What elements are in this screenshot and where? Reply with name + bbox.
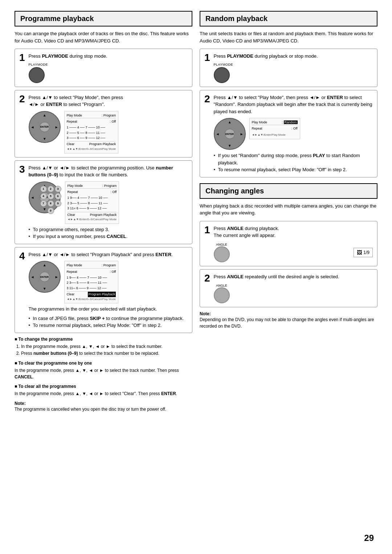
angle-button-2 [214,287,230,303]
dpad-step-2: ▲ ▼ ◄ ► ENTER [29,111,61,143]
random-playback-title: Random playback [200,11,377,26]
angle-indicator: 1/9 [363,250,369,255]
angle-display: 🖼 1/9 [354,248,373,257]
random-playmode-button [214,67,230,83]
angle-step-2-content: Press ANGLE repeatedly until the desired… [214,273,373,304]
step-3-bullets: To programme others, repeat step 3. If y… [29,226,188,240]
step-3-text: Press ▲/▼ or ◄/► to select the programmi… [29,164,188,178]
step-2-visual: ▲ ▼ ◄ ► ENTER Play Mode: Program Repeat:… [29,111,188,153]
random-highlight: Random [284,120,298,124]
step-1-visual: PLAYMODE [29,63,188,83]
num-0: 0 [48,208,54,214]
num-1: 1 [40,186,47,192]
playmode-button-group: PLAYMODE [29,63,48,83]
sub-title-change: To change the programme [15,337,192,342]
programme-note: Note: The programme is cancelled when yo… [15,401,192,413]
dpad-enter: ENTER [40,122,50,132]
step-1-text: Press PLAYMODE during stop mode. [29,53,188,60]
step-4-visual: ▲ ▼ ◄ ► ENTER Play Mode: Program Repeat:… [29,261,188,303]
page-layout: Programme playback You can arrange the p… [15,11,377,413]
sub-title-clear-all: To clear all the programmes [15,384,192,389]
num-3: 3 [55,186,61,192]
dpad-left-arrow: ◄ [31,125,34,129]
dpad-step-4: ▲ ▼ ◄ ► ENTER [29,261,61,293]
playmode-button [29,67,45,83]
random-step-1-content: Press PLAYMODE during playback or stop m… [214,53,373,83]
step-4-bullets: In case of JPEG file, press SKIP + to co… [29,315,188,329]
step-4-content: Press ▲/▼ or ◄/► to select "Program Play… [29,251,188,329]
angle-step-2: 2 Press ANGLE repeatedly until the desir… [200,269,377,308]
dpad-left-4: ◄ [31,275,34,279]
program-playback-highlight: Program Playback [88,292,116,297]
programme-step-1: 1 Press PLAYMODE during stop mode. PLAYM… [15,49,192,87]
dpad-down-4: ▼ [43,287,46,291]
changing-angles-intro: When playing back a disc recorded with m… [200,202,377,217]
sub-title-clear-one: To clear the programme one by one [15,361,192,366]
angle-step-1-content: Press ANGLE during playback.The current … [214,225,373,262]
dpad-random-2: ▲ ▼ ◄ ► ENTER [214,118,246,150]
programme-playback-title: Programme playback [15,11,192,26]
angle-step-number-2: 2 [204,273,210,283]
step-number-4: 4 [19,251,25,261]
random-step-2-table: Play Mode : Random Repeat: Off ◄►▲▼/Ente… [249,118,300,139]
step-4-table: Play Mode: Program Repeat: Off 1 9── 4 ─… [64,261,119,303]
angle-step-number-1: 1 [204,225,210,235]
angle-step-2-visual: ANGLE [214,284,373,303]
random-step-1-text: Press PLAYMODE during playback or stop m… [214,53,373,60]
angles-note-text: Depending on the DVD, you may not be abl… [200,317,374,329]
step-number-2: 2 [19,94,25,104]
table-tracks: 1 ─── 4 ── 7 ─── 10 ── 2 ─── 5 ── 8 ─── … [67,125,116,140]
step-4-para: The programmes in the order you selected… [29,305,188,313]
dpad-up-arrow: ▲ [43,113,46,117]
changing-angles-section: Changing angles When playing back a disc… [200,183,377,330]
step-3-visual: ▲ ▼ ◄ ► ENTER 1 2 3 4 5 [29,181,188,224]
dpad-numpad-group: ▲ ▼ ◄ ► ENTER 1 2 3 4 5 [29,181,61,214]
programme-step-3: 3 Press ▲/▼ or ◄/► to select the program… [15,160,192,244]
angles-note: Note: Depending on the DVD, you may not … [200,311,377,329]
num-7: 7 [40,200,47,207]
dpad-right-4: ► [55,275,58,279]
step-3-table: Play Mode: Program Repeat: Off 1 9── 4 ─… [65,181,119,224]
programme-playback-intro: You can arrange the playback order of tr… [15,30,192,44]
changing-angles-title: Changing angles [200,183,377,199]
step-number-3: 3 [19,164,25,175]
angle-step-1-text: Press ANGLE during playback.The current … [214,225,373,239]
numpad-step-3: 1 2 3 4 5 6 7 8 9 0 [40,186,61,214]
num-8: 8 [48,200,54,207]
angle-button-1 [214,246,230,262]
step-2-content: Press ▲/▼ to select "Play Mode", then pr… [29,94,188,153]
random-step-2-visual: ▲ ▼ ◄ ► ENTER Play Mode : Random Repeat:… [214,118,373,150]
random-step-2-content: Press ▲/▼ to select "Play Mode", then pr… [214,94,373,173]
angle-step-1: 1 Press ANGLE during playback.The curren… [200,221,377,266]
step-2-table: Play Mode: Program Repeat: Off 1 ─── 4 ─… [64,111,119,153]
step-3-content: Press ▲/▼ or ◄/► to select the programmi… [29,164,188,240]
step-4-text: Press ▲/▼ or ◄/► to select "Program Play… [29,251,188,258]
num-2: 2 [48,186,54,192]
num-9: 9 [55,200,61,207]
random-step-1-visual: PLAYMODE [214,63,373,83]
right-column: Random playback The unit selects tracks … [200,11,377,413]
random-playback-intro: The unit selects tracks or files at rand… [200,30,377,44]
playmode-label: PLAYMODE [29,63,48,66]
table-row-repeat: Repeat: Off [67,119,116,124]
left-column: Programme playback You can arrange the p… [15,11,192,413]
num-4: 4 [40,193,47,200]
angle-step-2-text: Press ANGLE repeatedly until the desired… [214,273,373,280]
step-number-1: 1 [19,53,25,63]
table-row-mode: Play Mode: Program [67,113,116,118]
dpad-left-arrow-3: ◄ [31,195,34,199]
sub-section-change: To change the programme In the programme… [15,337,192,357]
programme-step-4: 4 Press ▲/▼ or ◄/► to select "Program Pl… [15,247,192,333]
sub-section-clear-all: To clear all the programmes In the progr… [15,384,192,397]
random-step-2-text: Press ▲/▼ to select "Play Mode", then pr… [214,94,373,115]
random-step-2: 2 Press ▲/▼ to select "Play Mode", then … [200,90,377,177]
sub-section-clear-one: To clear the programme one by one In the… [15,361,192,380]
dpad-right-arrow: ► [55,125,58,129]
step-2-text: Press ▲/▼ to select "Play Mode", then pr… [29,94,188,108]
angle-step-1-visual: ANGLE 🖼 1/9 [214,243,373,262]
dpad-enter-4: ENTER [40,272,50,282]
page-number: 29 [364,533,374,543]
dpad-enter-random: ENTER [225,129,235,139]
dpad-up-4: ▲ [43,263,46,267]
num-6: 6 [55,193,61,200]
